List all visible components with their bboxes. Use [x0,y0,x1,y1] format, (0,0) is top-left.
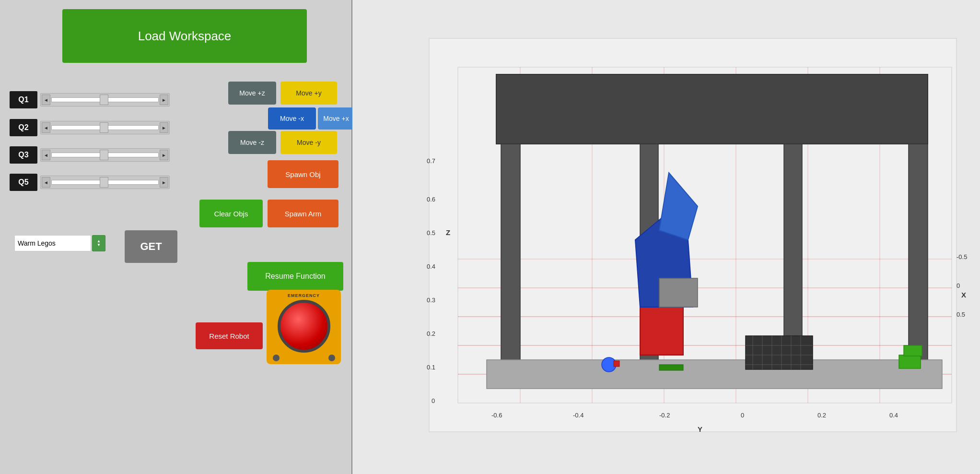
svg-text:-0.6: -0.6 [491,412,502,419]
q3-label: Q3 [10,146,37,164]
emergency-stop-button[interactable] [278,300,330,353]
svg-text:-0.4: -0.4 [573,412,583,419]
q3-slider-row: Q3 ◄ ► [10,146,170,164]
svg-text:0.6: 0.6 [427,196,435,203]
bolt-left [273,355,280,361]
svg-rect-21 [487,360,942,389]
svg-text:0: 0 [432,397,435,404]
svg-rect-17 [501,144,520,379]
q1-left-arrow[interactable]: ◄ [42,95,50,105]
svg-text:Z: Z [446,228,450,237]
svg-text:0: 0 [957,282,960,289]
move-minus-y-button[interactable]: Move -y [280,131,337,154]
q2-right-arrow[interactable]: ► [160,122,168,133]
load-workspace-button[interactable]: Load Workspace [62,9,307,63]
move-plus-y-button[interactable]: Move +y [280,82,337,105]
emergency-bolts [273,355,335,361]
emergency-label: EMERGENCY [288,293,320,298]
svg-rect-40 [659,365,683,370]
svg-text:0.2: 0.2 [427,330,435,337]
q1-slider[interactable]: ◄ ► [40,93,170,107]
q3-thumb [100,150,108,160]
svg-text:0.4: 0.4 [427,263,435,270]
svg-text:-0.2: -0.2 [659,412,670,419]
svg-text:Y: Y [698,425,702,433]
svg-text:0.3: 0.3 [427,296,435,304]
bolt-right [328,355,335,361]
svg-marker-16 [496,74,928,144]
svg-text:0.5: 0.5 [957,311,965,318]
resume-function-button[interactable]: Resume Function [247,262,343,291]
svg-text:0.4: 0.4 [889,412,898,419]
q5-slider-row: Q5 ◄ ► [10,174,170,191]
emergency-stop-container: EMERGENCY [267,290,341,364]
get-button[interactable]: GET [125,230,177,263]
q2-slider-row: Q2 ◄ ► [10,119,170,136]
move-minus-x-button[interactable]: Move -x [268,107,316,130]
clear-objs-button[interactable]: Clear Objs [199,200,263,227]
q1-thumb [100,95,108,105]
spawn-arm-button[interactable]: Spawn Arm [268,200,338,227]
left-panel: Load Workspace Q1 ◄ ► Q2 ◄ ► Q3 ◄ [0,0,352,474]
q3-left-arrow[interactable]: ◄ [42,150,50,160]
q5-track [51,180,159,185]
svg-text:-0.5: -0.5 [957,253,967,261]
q5-right-arrow[interactable]: ► [160,177,168,188]
move-minus-z-button[interactable]: Move -z [228,131,276,154]
q2-left-arrow[interactable]: ◄ [42,122,50,133]
q3-right-arrow[interactable]: ► [160,150,168,160]
warm-legos-container: Warm Legos ▲ ▼ [14,235,105,251]
q2-track [51,125,159,130]
q1-label: Q1 [10,91,37,108]
move-plus-z-button[interactable]: Move +z [228,82,276,105]
svg-rect-39 [904,345,922,356]
q3-slider[interactable]: ◄ ► [40,148,170,162]
3d-grid [429,38,957,432]
q1-slider-row: Q1 ◄ ► [10,91,170,108]
svg-rect-38 [899,355,921,368]
svg-rect-25 [659,278,698,307]
svg-text:0: 0 [741,412,744,419]
move-plus-x-button[interactable]: Move +x [318,107,354,130]
q5-label: Q5 [10,174,37,191]
q5-slider[interactable]: ◄ ► [40,176,170,189]
viewport-svg: 0 0.1 0.2 0.3 0.4 0.5 0.6 0.7 Z -0.5 0 0… [352,0,980,474]
q5-left-arrow[interactable]: ◄ [42,177,50,188]
q3-track [51,153,159,157]
q2-slider[interactable]: ◄ ► [40,121,170,134]
q5-thumb [100,177,108,188]
q1-right-arrow[interactable]: ► [160,95,168,105]
warm-legos-dropdown-button[interactable]: ▲ ▼ [92,235,105,251]
svg-text:0.1: 0.1 [427,364,435,371]
warm-legos-input[interactable]: Warm Legos [14,235,91,251]
svg-text:0.7: 0.7 [427,157,435,165]
svg-rect-37 [614,361,619,367]
q2-thumb [100,122,108,133]
svg-rect-20 [909,144,928,379]
svg-text:X: X [961,291,966,299]
svg-text:0.5: 0.5 [427,229,435,237]
q2-label: Q2 [10,119,37,136]
right-panel: 0 0.1 0.2 0.3 0.4 0.5 0.6 0.7 Z -0.5 0 0… [352,0,980,474]
spawn-obj-button[interactable]: Spawn Obj [268,160,338,188]
svg-rect-22 [640,307,683,355]
reset-robot-button[interactable]: Reset Robot [196,322,263,349]
q1-track [51,97,159,102]
svg-text:0.2: 0.2 [817,412,826,419]
